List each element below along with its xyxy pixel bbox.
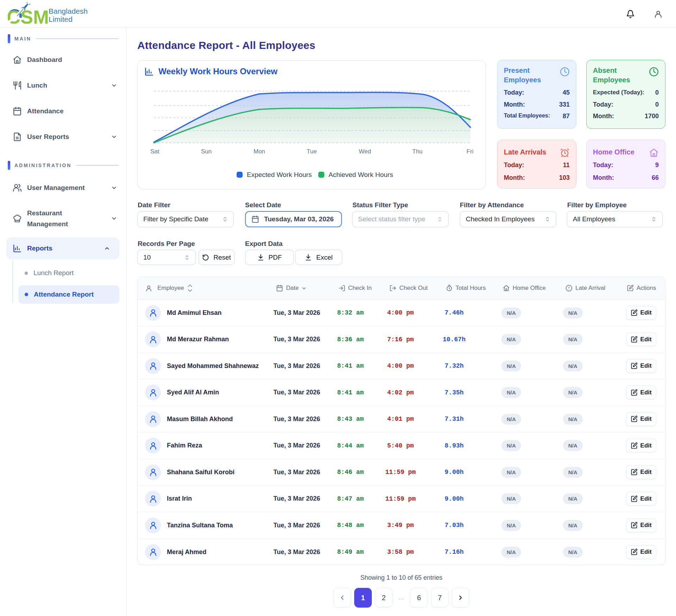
svg-text:Bangladesh: Bangladesh xyxy=(49,7,88,15)
svg-text:Fri: Fri xyxy=(467,148,474,155)
svg-text:Tue: Tue xyxy=(307,148,317,155)
svg-text:Thu: Thu xyxy=(412,148,423,155)
svg-text:Sat: Sat xyxy=(150,148,159,155)
svg-text:Mon: Mon xyxy=(254,148,265,155)
svg-text:Achieved Work Hours: Achieved Work Hours xyxy=(328,171,393,178)
svg-text:Wed: Wed xyxy=(359,148,371,155)
svg-text:Sun: Sun xyxy=(201,148,212,155)
svg-text:Limited: Limited xyxy=(49,15,73,23)
svg-text:Expected Work Hours: Expected Work Hours xyxy=(247,171,312,178)
